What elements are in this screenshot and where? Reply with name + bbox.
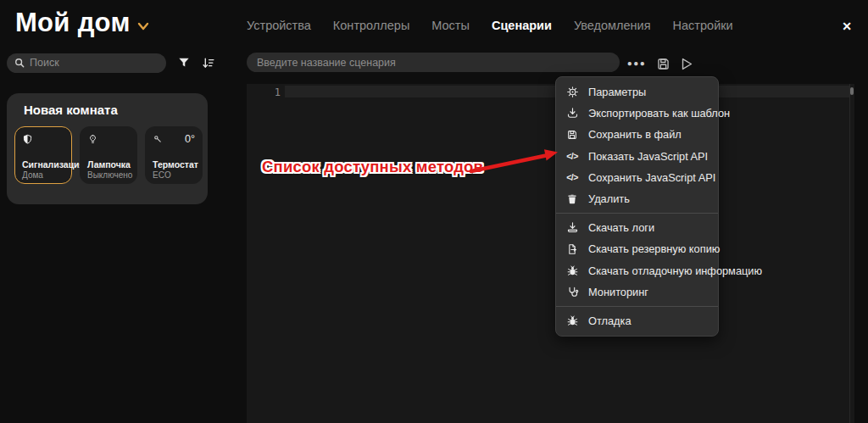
device-tile-alarm[interactable]: Сигнализация Дома: [14, 126, 72, 184]
download-icon: [565, 221, 579, 235]
tab-settings[interactable]: Настройки: [673, 19, 733, 32]
more-options-icon[interactable]: ●●●: [626, 53, 648, 72]
device-tiles: Сигнализация Дома Лампочка Выключено 0° …: [14, 126, 203, 184]
bulb-icon: [87, 134, 98, 145]
scenario-context-menu: Параметры Экспортировать как шаблон Сохр…: [555, 76, 719, 337]
sidebar-search-row: [7, 53, 218, 73]
scenario-name-box[interactable]: [247, 53, 620, 72]
menu-item-delete[interactable]: Удалить: [556, 188, 718, 209]
menu-item-label: Сохранить JavaScript API: [588, 171, 715, 184]
gear-icon: [565, 86, 579, 99]
search-icon: [14, 57, 25, 69]
annotation-text: Список доступных методов: [262, 158, 483, 176]
menu-divider: [556, 213, 718, 214]
scenario-name-input[interactable]: [257, 53, 609, 72]
tab-scenarios[interactable]: Сценарии: [492, 19, 552, 32]
menu-item-save-to-file[interactable]: Сохранить в файл: [556, 124, 718, 145]
menu-item-download-debug-info[interactable]: Скачать отладочную информацию: [556, 260, 718, 281]
sort-icon[interactable]: [198, 53, 218, 73]
filter-icon[interactable]: [174, 53, 194, 73]
menu-item-label: Скачать отладочную информацию: [588, 264, 762, 277]
tab-notifications[interactable]: Уведомления: [574, 19, 651, 32]
menu-item-label: Параметры: [588, 86, 646, 98]
shield-icon: [22, 134, 33, 145]
menu-item-download-backup[interactable]: Скачать резервную копию: [556, 238, 718, 259]
tab-bridges[interactable]: Мосты: [431, 19, 470, 32]
tab-devices[interactable]: Устройства: [247, 19, 311, 32]
menu-item-label: Скачать логи: [588, 221, 654, 234]
stethoscope-icon: [565, 285, 579, 298]
menu-item-debug[interactable]: Отладка: [556, 310, 718, 331]
trash-icon: [565, 192, 579, 206]
room-card: Новая комната Сигнализация Дома Лампочка…: [7, 93, 208, 204]
tab-controllers[interactable]: Контроллеры: [333, 19, 409, 32]
editor-scrollbar-thumb[interactable]: [850, 87, 854, 95]
menu-divider: [556, 306, 718, 307]
code-icon: </>: [565, 170, 579, 184]
thermostat-value: 0°: [185, 133, 195, 145]
annotation-arrow: [465, 143, 565, 179]
search-input[interactable]: [30, 53, 161, 73]
menu-item-label: Сохранить в файл: [588, 128, 682, 141]
code-editor[interactable]: 1: [247, 84, 854, 423]
search-box[interactable]: [7, 53, 166, 73]
close-icon[interactable]: ✕: [837, 17, 856, 36]
menu-item-save-js-api[interactable]: </> Сохранить JavaScript API: [556, 167, 718, 188]
device-name: Лампочка: [87, 159, 131, 170]
editor-scrollbar[interactable]: [849, 84, 854, 423]
device-status: Дома: [22, 170, 43, 180]
device-name: Термостат: [153, 159, 198, 170]
export-template-icon: [565, 107, 579, 120]
device-name: Сигнализация: [22, 159, 85, 170]
chevron-down-icon: [137, 22, 149, 31]
thermometer-icon: [153, 134, 164, 145]
room-title: Новая комната: [24, 103, 118, 117]
menu-item-label: Мониторинг: [588, 286, 648, 298]
device-status: ECO: [153, 170, 171, 180]
code-icon: </>: [565, 149, 579, 163]
bug-icon: [565, 314, 579, 327]
backup-file-icon: [565, 242, 579, 256]
menu-item-label: Скачать резервную копию: [588, 242, 720, 255]
menu-item-download-logs[interactable]: Скачать логи: [556, 217, 718, 238]
menu-item-label: Показать JavaScript API: [588, 150, 708, 163]
device-tile-thermostat[interactable]: 0° Термостат ECO: [145, 126, 203, 184]
menu-item-monitoring[interactable]: Мониторинг: [556, 281, 718, 303]
save-icon[interactable]: [653, 53, 673, 74]
menu-item-parameters[interactable]: Параметры: [556, 81, 718, 103]
editor-line-number: 1: [247, 86, 281, 98]
menu-item-export-template[interactable]: Экспортировать как шаблон: [556, 103, 718, 124]
menu-item-label: Экспортировать как шаблон: [588, 107, 730, 120]
menu-item-label: Отладка: [588, 314, 632, 327]
run-scenario-icon[interactable]: [676, 53, 696, 74]
device-status: Выключено: [87, 170, 132, 180]
top-nav: Устройства Контроллеры Мосты Сценарии Ув…: [247, 19, 733, 32]
menu-item-show-js-api[interactable]: </> Показать JavaScript API: [556, 146, 718, 167]
save-file-icon: [565, 128, 579, 142]
menu-item-label: Удалить: [588, 192, 630, 205]
page-title[interactable]: Мой дом: [15, 8, 149, 38]
page-title-label: Мой дом: [15, 8, 131, 38]
device-tile-lamp[interactable]: Лампочка Выключено: [80, 126, 137, 184]
bug-icon: [565, 264, 579, 277]
